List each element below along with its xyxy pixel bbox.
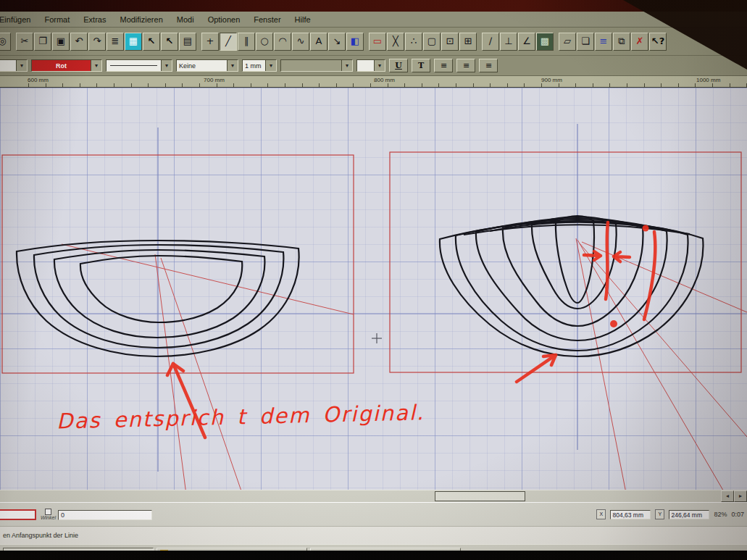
horizontal-ruler: 600 mm 700 mm 800 mm 900 mm 1000 mm	[0, 76, 747, 88]
new-view-icon[interactable]: ❏	[577, 33, 594, 51]
copy-icon[interactable]: ❐	[34, 33, 51, 51]
align-objects-icon[interactable]: ⊡	[441, 33, 459, 51]
angle-measure-icon[interactable]: ∠	[518, 33, 535, 51]
monitor-bezel-top	[0, 0, 747, 12]
zoom-level: 82%	[714, 511, 727, 518]
open-folder-icon[interactable]: ▱	[559, 33, 576, 51]
chevron-down-icon[interactable]: ▾	[374, 60, 385, 71]
marker-vertical-stroke-1	[606, 222, 608, 299]
monitor-bezel-bottom	[0, 551, 747, 560]
screen-view-icon[interactable]: ▦	[125, 33, 142, 51]
cut-icon[interactable]: ✂	[16, 33, 33, 51]
scrollbar-track[interactable]	[0, 490, 721, 502]
ruler-label-900: 900 mm	[541, 77, 562, 83]
align-left-icon[interactable]: ≡	[434, 59, 453, 72]
scroll-left-icon[interactable]: ◂	[721, 490, 734, 502]
select-special-icon[interactable]: ↖	[161, 33, 178, 51]
insert-frame-icon[interactable]: ▭	[369, 33, 386, 51]
angle-group: Winkel 0	[41, 509, 152, 520]
menu-hilfe[interactable]: Hilfe	[293, 14, 312, 25]
angle-label: Winkel	[41, 515, 56, 520]
group-select-icon[interactable]: ▢	[423, 33, 441, 51]
font-combo[interactable]: ▾	[0, 59, 28, 72]
horizontal-scrollbar: ◂ ▸	[0, 490, 747, 502]
pen-color-value: Rot	[32, 62, 91, 70]
curve-tool-icon[interactable]: ∿	[292, 33, 309, 51]
ruler-label-1000: 1000 mm	[696, 77, 720, 83]
circle-tool-icon[interactable]: ○	[256, 33, 273, 51]
align-center-icon[interactable]: ≡	[456, 59, 475, 72]
format-toolbar: ▾ Rot ▾ ▾ Keine ▾ 1 mm ▾ ▾	[0, 56, 747, 76]
properties-table-icon[interactable]: ▤	[179, 33, 196, 51]
cascade-windows-icon[interactable]: ⧉	[613, 33, 630, 51]
redo-icon[interactable]: ↷	[88, 33, 106, 51]
drawing-canvas[interactable]: Das entsprich t dem Original.	[0, 88, 747, 490]
active-coordinate-field[interactable]	[0, 509, 36, 520]
chevron-down-icon[interactable]: ▾	[161, 60, 172, 71]
coordinate-readout: X 804,63 mm Y 246,64 mm 82% 0:07	[596, 509, 744, 519]
chevron-down-icon[interactable]: ▾	[265, 60, 276, 71]
line-style-combo[interactable]: ▾	[106, 59, 172, 72]
menu-extras[interactable]: Extras	[82, 14, 107, 25]
scroll-right-icon[interactable]: ▸	[734, 490, 747, 502]
line-width-combo[interactable]: 1 mm ▾	[242, 59, 277, 72]
erase-icon[interactable]: ╳	[387, 33, 404, 51]
text-mode-button[interactable]: T	[412, 59, 430, 72]
scrollbar-thumb[interactable]	[435, 491, 525, 501]
status-message: en Anfangspunkt der Linie	[3, 532, 78, 539]
pen-color-combo[interactable]: Rot ▾	[31, 59, 102, 72]
parallel-line-tool-icon[interactable]: ∥	[238, 33, 255, 51]
brush-combo[interactable]: ▾	[280, 59, 353, 72]
status-bar: en Anfangspunkt der Linie	[0, 526, 747, 544]
fill-color-icon[interactable]: ◧	[346, 33, 364, 51]
print-preview-icon[interactable]: ◎	[0, 33, 11, 51]
layers-icon[interactable]: ≣	[107, 33, 124, 51]
select-arrow-icon[interactable]: ↖	[143, 33, 160, 51]
construction-lines	[62, 238, 747, 490]
chevron-down-icon[interactable]: ▾	[16, 60, 27, 71]
menu-modi[interactable]: Modi	[175, 14, 196, 25]
arc-tool-icon[interactable]: ◠	[274, 33, 291, 51]
photographed-monitor: Einfügen Format Extras Modifizieren Modi…	[0, 0, 747, 560]
grid-3d-icon[interactable]: ▩	[536, 33, 554, 51]
coord-axes-icon[interactable]: ⊥	[500, 33, 517, 51]
menu-einfuegen[interactable]: Einfügen	[0, 14, 32, 25]
angle-input[interactable]: 0	[58, 510, 152, 520]
align-right-icon[interactable]: ≡	[479, 59, 498, 72]
menu-optionen[interactable]: Optionen	[206, 14, 242, 25]
line-width-value: 1 mm	[243, 62, 265, 70]
node-edit-icon[interactable]: ⊞	[459, 33, 477, 51]
x-coordinate-field[interactable]: 804,63 mm	[610, 510, 651, 519]
marker-arrow-pointing-left	[614, 252, 630, 262]
line-tool-icon[interactable]: ╱	[220, 33, 237, 51]
chevron-down-icon[interactable]: ▾	[227, 60, 238, 71]
paste-icon[interactable]: ▣	[52, 33, 70, 51]
marker-arrow-right-hull	[517, 355, 556, 382]
y-coordinate-field[interactable]: 246,64 mm	[669, 510, 709, 519]
dimension-tool-icon[interactable]: ↘	[328, 33, 346, 51]
text-tool-icon[interactable]: A	[310, 33, 327, 51]
snap-point-icon[interactable]: +	[201, 33, 219, 51]
undo-icon[interactable]: ↶	[70, 33, 88, 51]
hull-right-stations	[440, 216, 704, 356]
chevron-down-icon[interactable]: ▾	[341, 60, 352, 71]
chevron-down-icon[interactable]: ▾	[91, 60, 101, 71]
ruler-label-800: 800 mm	[374, 77, 395, 83]
turbocad-window: Einfügen Format Extras Modifizieren Modi…	[0, 12, 747, 560]
measure-icon[interactable]: ∕	[482, 33, 499, 51]
menu-modifizieren[interactable]: Modifizieren	[118, 14, 164, 25]
point-mode-icon[interactable]: ∴	[405, 33, 422, 51]
ruler-label-700: 700 mm	[204, 77, 225, 83]
underline-button[interactable]: U	[389, 59, 408, 72]
marker-vertical-stroke-2	[644, 232, 655, 319]
menu-format[interactable]: Format	[43, 14, 71, 25]
hatch-combo[interactable]: Keine ▾	[176, 59, 238, 72]
layer-stack-icon[interactable]: ≡	[595, 33, 612, 51]
extra-combo[interactable]: ▾	[356, 59, 385, 72]
delete-icon[interactable]: ✗	[631, 33, 648, 51]
menu-bar: Einfügen Format Extras Modifizieren Modi…	[0, 12, 747, 28]
menu-fenster[interactable]: Fenster	[252, 14, 282, 25]
context-help-icon[interactable]: ↖?	[649, 33, 667, 51]
angle-lock-checkbox[interactable]	[45, 509, 51, 515]
status-time: 0:07	[731, 511, 744, 518]
